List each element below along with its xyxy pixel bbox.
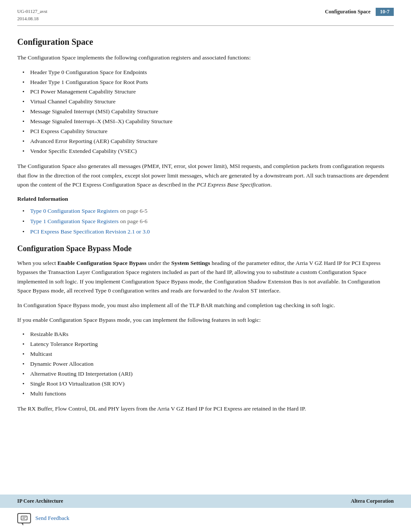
- list-item: Resizable BARs: [30, 330, 394, 339]
- list-item: PCI Express Base Specification Revision …: [30, 227, 394, 237]
- body-text-end: .: [270, 181, 271, 188]
- list-item: Header Type 0 Configuration Space for En…: [30, 68, 394, 78]
- list-item: Vendor Specific Extended Capability (VSE…: [30, 146, 394, 156]
- page-wrapper: UG-01127_avst 2014.08.18 Configuration S…: [0, 0, 411, 532]
- related-link-1[interactable]: Type 0 Configuration Space Registers: [30, 208, 118, 214]
- main-content: Configuration Space The Configuration Sp…: [0, 28, 411, 495]
- bypass-paragraph-1: When you select Enable Configuration Spa…: [17, 258, 394, 296]
- list-item: Advanced Error Reporting (AER) Capabilit…: [30, 137, 394, 146]
- header-section-title: Configuration Space: [325, 9, 376, 15]
- body-paragraph: The Configuration Space also generates a…: [17, 162, 394, 190]
- header-divider: [17, 25, 394, 26]
- list-item: Virtual Channel Capability Structure: [30, 97, 394, 107]
- list-item: Alternative Routing ID Interpretation (A…: [30, 369, 394, 379]
- list-item: Message Signaled Interrupt (MSI) Capabil…: [30, 107, 394, 117]
- bypass-paragraph-3: If you enable Configuration Space Bypass…: [17, 315, 394, 325]
- list-item: PCI Power Management Capability Structur…: [30, 87, 394, 97]
- bypass-p1-bold2: System Settings: [171, 260, 210, 266]
- header-right: Configuration Space 10-7: [325, 8, 394, 16]
- list-item: PCI Express Capability Structure: [30, 127, 394, 137]
- list-item: Dynamic Power Allocation: [30, 359, 394, 369]
- footer-right-text: Altera Corporation: [351, 498, 394, 504]
- list-item: Multicast: [30, 349, 394, 359]
- footer-left-text: IP Core Architecture: [17, 498, 63, 504]
- related-link-3[interactable]: PCI Express Base Specification Revision …: [30, 228, 150, 235]
- bypass-p1-bold1: Enable Configuration Space Bypass: [57, 260, 146, 266]
- related-links-list: Type 0 Configuration Space Registers on …: [17, 206, 394, 237]
- list-item: Header Type 1 Configuration Space for Ro…: [30, 78, 394, 87]
- body-italic: PCI Express Base Specification: [197, 181, 271, 188]
- bypass-bullet-list: Resizable BARs Latency Tolerance Reporti…: [17, 330, 394, 399]
- page-number: 10-7: [376, 8, 394, 16]
- doc-id: UG-01127_avst: [17, 8, 47, 15]
- send-feedback-area: Send Feedback: [0, 508, 411, 532]
- intro-paragraph: The Configuration Space implements the f…: [17, 53, 394, 62]
- page-ref-2: on page 6-6: [118, 218, 147, 224]
- page-footer: IP Core Architecture Altera Corporation: [0, 495, 411, 508]
- page-ref-1: on page 6-5: [118, 208, 147, 214]
- config-space-bullet-list: Header Type 0 Configuration Space for En…: [17, 68, 394, 156]
- feedback-icon: [17, 513, 31, 523]
- send-feedback-link[interactable]: Send Feedback: [35, 515, 69, 522]
- bypass-paragraph-4: The RX Buffer, Flow Control, DL and PHY …: [17, 404, 394, 414]
- svg-rect-0: [21, 516, 27, 520]
- bypass-p1-mid: under the: [146, 260, 171, 266]
- page-header: UG-01127_avst 2014.08.18 Configuration S…: [0, 0, 411, 25]
- section-title-bypass: Configuration Space Bypass Mode: [17, 244, 394, 253]
- list-item: Type 1 Configuration Space Registers on …: [30, 216, 394, 227]
- bypass-p1-pre: When you select: [17, 260, 57, 266]
- header-left: UG-01127_avst 2014.08.18: [17, 8, 47, 22]
- list-item: Latency Tolerance Reporting: [30, 339, 394, 349]
- list-item: Message Signaled Interrupt–X (MSI–X) Cap…: [30, 117, 394, 127]
- section-title-config-space: Configuration Space: [17, 37, 394, 47]
- list-item: Type 0 Configuration Space Registers on …: [30, 206, 394, 216]
- list-item: Multi functions: [30, 389, 394, 399]
- speech-bubble-icon: [21, 516, 28, 521]
- bypass-paragraph-2: In Configuration Space Bypass mode, you …: [17, 301, 394, 310]
- doc-date: 2014.08.18: [17, 15, 47, 22]
- related-info-heading: Related Information: [17, 196, 394, 202]
- list-item: Single Root I/O Virtualization (SR IOV): [30, 379, 394, 389]
- related-link-2[interactable]: Type 1 Configuration Space Registers: [30, 218, 118, 224]
